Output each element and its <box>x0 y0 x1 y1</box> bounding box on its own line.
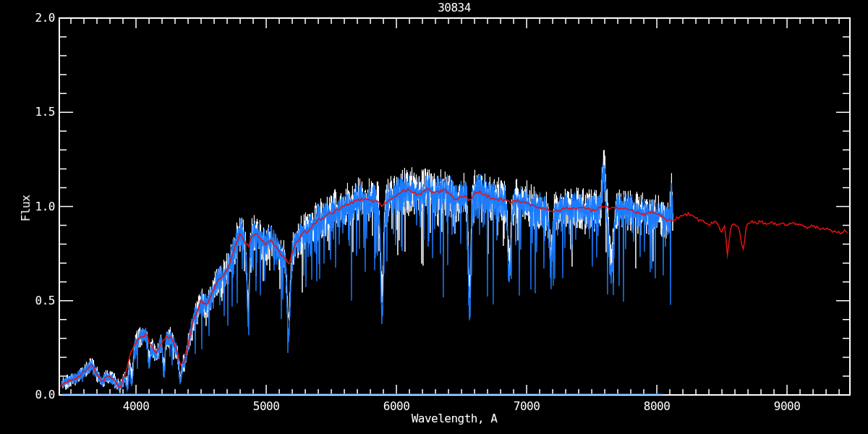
y-tick-label: 0.0 <box>26 389 55 401</box>
spectrum-plot-canvas <box>0 0 868 434</box>
x-tick-label: 8000 <box>644 401 671 412</box>
x-tick-label: 9000 <box>774 401 801 412</box>
x-tick-label: 5000 <box>253 401 280 412</box>
x-tick-label: 7000 <box>514 401 540 412</box>
y-tick-label: 1.5 <box>26 106 55 118</box>
y-tick-label: 0.5 <box>26 295 55 307</box>
x-tick-label: 6000 <box>383 401 410 412</box>
y-tick-label: 2.0 <box>26 12 55 24</box>
x-axis-label: Wavelength, A <box>412 413 498 425</box>
plot-title: 30834 <box>438 2 471 14</box>
x-tick-label: 4000 <box>123 401 150 412</box>
y-tick-label: 1.0 <box>26 201 55 213</box>
spectrum-figure: 30834 Wavelength, A Flux 400050006000700… <box>0 0 868 434</box>
